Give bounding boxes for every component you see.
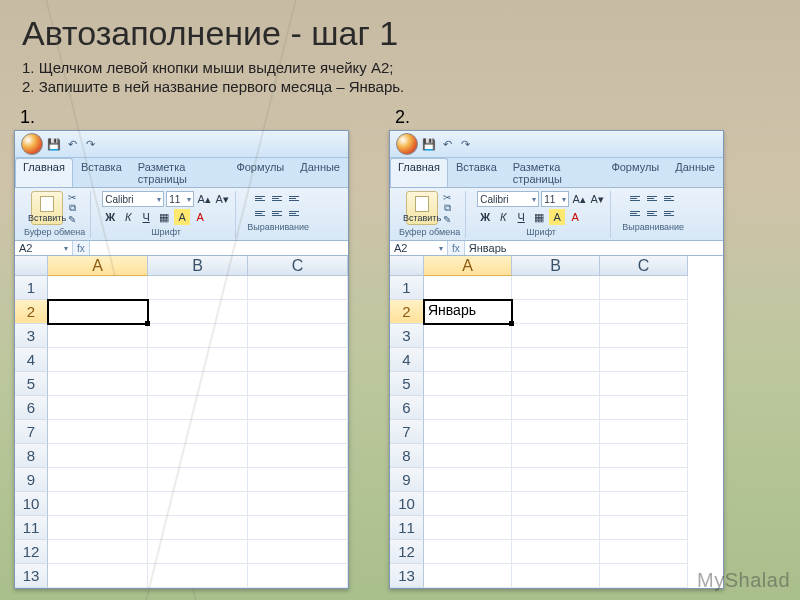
shrink-font-icon[interactable]: A▾: [214, 191, 230, 207]
cell[interactable]: [424, 540, 512, 564]
cell-A2[interactable]: Январь: [424, 300, 512, 324]
row-header[interactable]: 2: [390, 300, 424, 324]
border-icon[interactable]: ▦: [156, 209, 172, 225]
cell[interactable]: [512, 444, 600, 468]
cell[interactable]: [248, 324, 348, 348]
italic-button[interactable]: К: [495, 209, 511, 225]
grow-font-icon[interactable]: A▴: [571, 191, 587, 207]
fill-color-icon[interactable]: A: [174, 209, 190, 225]
row-header[interactable]: 1: [390, 276, 424, 300]
cell[interactable]: [424, 516, 512, 540]
cell[interactable]: [424, 372, 512, 396]
cell[interactable]: [512, 300, 600, 324]
tab-data[interactable]: Данные: [667, 158, 723, 187]
row-header[interactable]: 5: [390, 372, 424, 396]
cell[interactable]: [248, 468, 348, 492]
cell[interactable]: [248, 444, 348, 468]
cell[interactable]: [512, 540, 600, 564]
align-center-icon[interactable]: [645, 206, 661, 220]
tab-home[interactable]: Главная: [390, 158, 448, 187]
row-header[interactable]: 8: [15, 444, 48, 468]
office-button[interactable]: [396, 133, 418, 155]
cell[interactable]: [148, 372, 248, 396]
cell[interactable]: [512, 348, 600, 372]
cell[interactable]: [512, 372, 600, 396]
row-header[interactable]: 13: [15, 564, 48, 588]
worksheet-grid[interactable]: A B C 1 2 3 4 5 6 7 8 9 10 11 12 13: [15, 256, 348, 588]
save-icon[interactable]: 💾: [47, 137, 61, 151]
cell[interactable]: [48, 468, 148, 492]
row-header[interactable]: 10: [15, 492, 48, 516]
paste-button[interactable]: Вставить: [406, 191, 438, 225]
bold-button[interactable]: Ж: [102, 209, 118, 225]
cell[interactable]: [248, 300, 348, 324]
row-header[interactable]: 4: [15, 348, 48, 372]
grow-font-icon[interactable]: A▴: [196, 191, 212, 207]
row-header[interactable]: 1: [15, 276, 48, 300]
row-header[interactable]: 3: [390, 324, 424, 348]
fill-color-icon[interactable]: A: [549, 209, 565, 225]
cell[interactable]: [424, 468, 512, 492]
shrink-font-icon[interactable]: A▾: [589, 191, 605, 207]
cell[interactable]: [424, 276, 512, 300]
cell[interactable]: [148, 540, 248, 564]
row-header[interactable]: 6: [15, 396, 48, 420]
redo-icon[interactable]: ↷: [458, 137, 472, 151]
cell[interactable]: [48, 372, 148, 396]
font-size-select[interactable]: 11▾: [166, 191, 194, 207]
row-header[interactable]: 11: [390, 516, 424, 540]
cell[interactable]: [48, 540, 148, 564]
formula-input[interactable]: Январь: [465, 241, 723, 255]
cell[interactable]: [424, 348, 512, 372]
cell[interactable]: [148, 396, 248, 420]
cell[interactable]: [248, 540, 348, 564]
cell[interactable]: [600, 516, 688, 540]
row-header[interactable]: 12: [15, 540, 48, 564]
font-size-select[interactable]: 11▾: [541, 191, 569, 207]
underline-button[interactable]: Ч: [138, 209, 154, 225]
cell[interactable]: [600, 324, 688, 348]
italic-button[interactable]: К: [120, 209, 136, 225]
tab-formulas[interactable]: Формулы: [603, 158, 667, 187]
cell[interactable]: [248, 348, 348, 372]
align-right-icon[interactable]: [287, 206, 303, 220]
cell[interactable]: [600, 372, 688, 396]
row-header[interactable]: 2: [15, 300, 48, 324]
bold-button[interactable]: Ж: [477, 209, 493, 225]
cell[interactable]: [48, 324, 148, 348]
select-all-corner[interactable]: [15, 256, 48, 276]
tab-formulas[interactable]: Формулы: [228, 158, 292, 187]
cell[interactable]: [48, 276, 148, 300]
row-header[interactable]: 13: [390, 564, 424, 588]
cell[interactable]: [48, 420, 148, 444]
cell[interactable]: [48, 492, 148, 516]
redo-icon[interactable]: ↷: [83, 137, 97, 151]
cell[interactable]: [148, 300, 248, 324]
cell[interactable]: [148, 348, 248, 372]
font-color-icon[interactable]: A: [192, 209, 208, 225]
row-header[interactable]: 9: [15, 468, 48, 492]
align-right-icon[interactable]: [662, 206, 678, 220]
cell[interactable]: [148, 444, 248, 468]
font-color-icon[interactable]: A: [567, 209, 583, 225]
align-bottom-icon[interactable]: [287, 191, 303, 205]
undo-icon[interactable]: ↶: [440, 137, 454, 151]
undo-icon[interactable]: ↶: [65, 137, 79, 151]
copy-icon[interactable]: ⧉: [441, 203, 453, 213]
select-all-corner[interactable]: [390, 256, 424, 276]
cell[interactable]: [148, 276, 248, 300]
align-left-icon[interactable]: [628, 206, 644, 220]
row-header[interactable]: 11: [15, 516, 48, 540]
cell[interactable]: [600, 348, 688, 372]
tab-insert[interactable]: Вставка: [448, 158, 505, 187]
cell[interactable]: [48, 564, 148, 588]
cell[interactable]: [248, 564, 348, 588]
fx-icon[interactable]: fx: [452, 243, 460, 254]
col-header-C[interactable]: C: [600, 256, 688, 276]
row-header[interactable]: 12: [390, 540, 424, 564]
format-painter-icon[interactable]: ✎: [66, 214, 78, 224]
cell[interactable]: [424, 492, 512, 516]
align-left-icon[interactable]: [253, 206, 269, 220]
copy-icon[interactable]: ⧉: [66, 203, 78, 213]
cell[interactable]: [148, 492, 248, 516]
